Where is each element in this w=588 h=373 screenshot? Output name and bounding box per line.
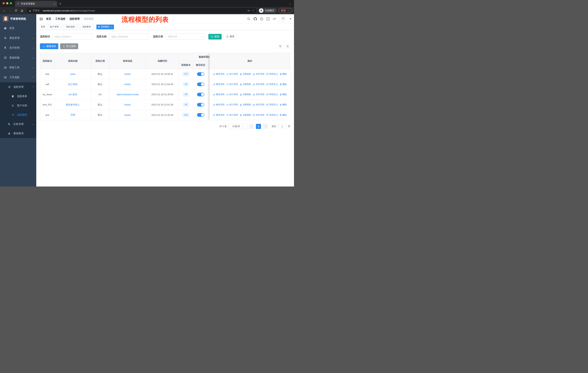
category-select[interactable]: 流程分类	[165, 33, 205, 40]
tag-tenant-mgmt[interactable]: 租户管理×	[48, 25, 63, 29]
active-toggle[interactable]	[197, 93, 204, 96]
active-toggle[interactable]	[197, 113, 204, 117]
action-design-button[interactable]: 设计流程	[226, 93, 238, 96]
action-delete-button[interactable]: 删除	[280, 72, 287, 76]
home-button[interactable]	[19, 8, 24, 13]
action-assign-rule-button[interactable]: 分配规则	[240, 72, 251, 76]
sidebar-item-task-mgmt[interactable]: 任务管理	[0, 120, 36, 129]
action-definition-button[interactable]: 流程定义	[266, 113, 278, 117]
page-size-select[interactable]: 10条/页	[229, 124, 247, 129]
tag-home[interactable]: 首页	[39, 25, 47, 29]
action-delete-button[interactable]: 删除	[280, 93, 287, 96]
close-icon[interactable]: ×	[92, 26, 94, 28]
reset-button[interactable]: 重置	[223, 34, 237, 40]
model-name-link[interactable]: OA 请假	[55, 90, 91, 100]
action-publish-button[interactable]: 发布流程	[253, 103, 264, 106]
sidebar-item-payment-mgmt[interactable]: ¥ 支付管理	[0, 43, 36, 53]
close-icon[interactable]: ×	[111, 26, 112, 28]
process-key-input[interactable]	[52, 33, 92, 40]
github-icon[interactable]	[253, 17, 257, 21]
browser-tab[interactable]: 芋道管理系统 ×	[15, 1, 57, 7]
form-info-link[interactable]: biubiu	[109, 110, 146, 120]
action-edit-button[interactable]: 修改流程	[213, 103, 225, 106]
sidebar-item-leave-query[interactable]: 请假查询	[0, 129, 36, 138]
next-page-button[interactable]	[263, 124, 268, 129]
close-icon[interactable]: ×	[60, 26, 61, 28]
form-info-link[interactable]: biubiu	[109, 69, 146, 79]
traffic-light-close[interactable]	[2, 2, 5, 4]
sidebar-item-home[interactable]: 首页	[0, 23, 36, 33]
menu-dots-icon[interactable]: ⋮	[287, 9, 290, 12]
action-definition-button[interactable]: 流程定义	[266, 72, 278, 76]
tag-process-model[interactable]: 流程模型×	[96, 25, 114, 29]
back-button[interactable]: ←	[2, 8, 7, 13]
reload-button[interactable]	[13, 8, 19, 13]
sidebar-item-process-mgmt[interactable]: 流程管理	[0, 82, 36, 92]
action-edit-button[interactable]: 修改流程	[213, 83, 225, 86]
tag-process-form[interactable]: 流程表单×	[80, 25, 95, 29]
avatar[interactable]	[280, 15, 287, 23]
avatar-caret-icon[interactable]	[290, 18, 292, 20]
sidebar-toggle-icon[interactable]	[39, 17, 43, 21]
action-design-button[interactable]: 设计流程	[226, 113, 238, 117]
sidebar-item-infrastructure[interactable]: 基础设施	[0, 53, 36, 63]
search-button[interactable]: 搜索	[208, 34, 222, 40]
model-name-link[interactable]: 测试多审批人	[55, 100, 91, 110]
action-delete-button[interactable]: 删除	[280, 83, 287, 86]
help-icon[interactable]: ?	[260, 17, 263, 21]
action-design-button[interactable]: 设计流程	[226, 103, 238, 106]
model-name-link[interactable]: eeee	[55, 69, 91, 79]
action-publish-button[interactable]: 发布流程	[253, 93, 264, 96]
search-icon[interactable]	[247, 17, 251, 21]
action-design-button[interactable]: 设计流程	[226, 83, 238, 86]
forward-button[interactable]: →	[8, 8, 13, 13]
sidebar-item-workflow[interactable]: 工作流程	[0, 72, 36, 82]
breadcrumb-home[interactable]: 首页	[46, 17, 51, 20]
tag-my-process[interactable]: 我的流程×	[64, 25, 79, 29]
action-assign-rule-button[interactable]: 分配规则	[240, 103, 251, 106]
form-info-link[interactable]: /bpm/oa/leave/create	[109, 90, 146, 100]
create-process-button[interactable]: ＋ 新建流程	[40, 43, 58, 49]
process-name-input[interactable]	[109, 33, 149, 40]
new-tab-button[interactable]: +	[57, 1, 63, 7]
sidebar-item-process-model[interactable]: 流程模型	[0, 110, 36, 120]
sidebar-item-user-group[interactable]: 用户分组	[0, 101, 36, 110]
site-security-label[interactable]: 不安全	[33, 9, 40, 12]
action-edit-button[interactable]: 修改流程	[213, 72, 225, 76]
refresh-table-button[interactable]	[285, 43, 290, 49]
sidebar-item-system-mgmt[interactable]: 系统管理	[0, 33, 36, 43]
goto-page-input[interactable]	[278, 124, 286, 129]
action-delete-button[interactable]: 删除	[280, 103, 287, 106]
key-icon[interactable]	[247, 9, 251, 12]
action-publish-button[interactable]: 发布流程	[253, 72, 264, 76]
font-size-icon[interactable]: TT	[273, 17, 276, 21]
traffic-light-minimize[interactable]	[6, 2, 8, 4]
model-name-link[interactable]: 自己审批	[55, 79, 91, 90]
action-publish-button[interactable]: 发布流程	[253, 83, 264, 86]
action-definition-button[interactable]: 流程定义	[266, 103, 278, 106]
address-bar[interactable]: 不安全 dashboard.yudao.iocoder.cn/bpm/manag…	[27, 8, 256, 13]
action-edit-button[interactable]: 修改流程	[213, 93, 225, 96]
show-search-button[interactable]	[278, 43, 283, 49]
action-edit-button[interactable]: 修改流程	[213, 113, 225, 117]
current-page-button[interactable]: 1	[256, 124, 261, 129]
breadcrumb-workflow[interactable]: 工作流程	[55, 17, 65, 20]
action-assign-rule-button[interactable]: 分配规则	[240, 93, 251, 96]
sidebar-item-process-form[interactable]: 流程表单	[0, 92, 36, 101]
sidebar-item-devtools[interactable]: 研发工具	[0, 63, 36, 72]
active-toggle[interactable]	[197, 72, 204, 76]
action-delete-button[interactable]: 删除	[280, 113, 287, 117]
tab-close-button[interactable]: ×	[54, 2, 55, 5]
app-logo[interactable]: 芋道管理系统	[0, 14, 36, 23]
action-definition-button[interactable]: 流程定义	[266, 93, 278, 96]
action-assign-rule-button[interactable]: 分配规则	[240, 113, 251, 117]
fullscreen-icon[interactable]	[266, 17, 270, 21]
tab-search-chevron[interactable]	[290, 2, 291, 5]
traffic-light-zoom[interactable]	[10, 2, 12, 4]
form-info-link[interactable]: biubiu	[109, 79, 146, 90]
import-process-button[interactable]: 导入流程	[60, 43, 78, 49]
close-icon[interactable]: ×	[76, 26, 77, 28]
breadcrumb-process-mgmt[interactable]: 流程管理	[69, 17, 80, 20]
model-name-link[interactable]: 滔博	[55, 110, 91, 120]
action-assign-rule-button[interactable]: 分配规则	[240, 83, 251, 86]
